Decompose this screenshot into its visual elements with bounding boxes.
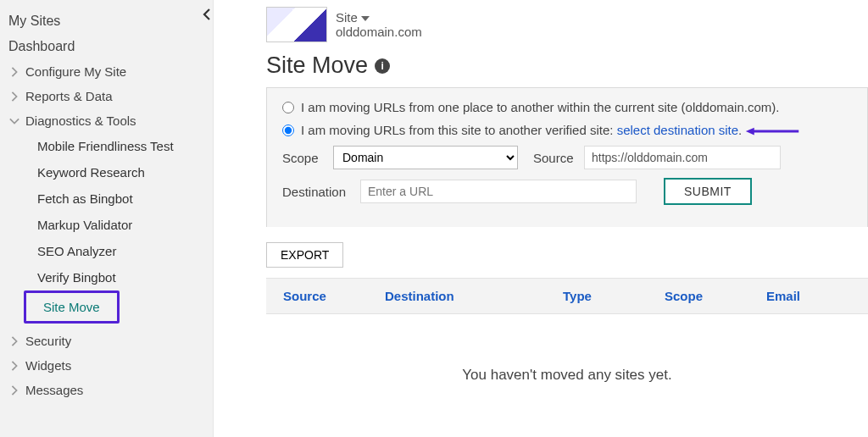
main-content: Site olddomain.com Site Move i I am movi…: [214, 0, 868, 437]
source-label: Source: [533, 151, 574, 165]
sidebar-messages-label: Messages: [25, 383, 83, 397]
col-email[interactable]: Email: [766, 289, 868, 303]
chevron-right-icon: [8, 385, 20, 396]
radio-within-site-input[interactable]: [282, 102, 294, 113]
chevron-right-icon: [8, 67, 20, 77]
info-icon[interactable]: i: [375, 58, 390, 74]
empty-state-message: You haven't moved any sites yet.: [266, 367, 868, 384]
site-selector[interactable]: Site: [336, 10, 422, 25]
site-header: Site olddomain.com: [214, 7, 868, 47]
sidebar-item-mobile-friendliness[interactable]: Mobile Friendliness Test: [29, 133, 213, 159]
sidebar-configure[interactable]: Configure My Site: [0, 59, 213, 84]
sidebar: My Sites Dashboard Configure My Site Rep…: [0, 0, 214, 437]
sidebar-item-keyword-research[interactable]: Keyword Research: [29, 159, 213, 185]
site-move-form: I am moving URLs from one place to anoth…: [266, 87, 868, 227]
sidebar-item-site-move[interactable]: Site Move: [24, 290, 120, 324]
sidebar-item-verify-bingbot[interactable]: Verify Bingbot: [29, 264, 213, 290]
sidebar-reports-label: Reports & Data: [25, 89, 113, 103]
destination-label: Destination: [282, 185, 350, 199]
scope-label: Scope: [282, 151, 323, 165]
destination-input[interactable]: [360, 180, 637, 203]
sidebar-item-markup-validator[interactable]: Markup Validator: [29, 212, 213, 238]
site-label: Site: [336, 10, 358, 25]
sidebar-dashboard[interactable]: Dashboard: [0, 34, 213, 59]
collapse-sidebar-icon[interactable]: [199, 7, 214, 22]
submit-button[interactable]: SUBMIT: [664, 178, 752, 205]
export-button[interactable]: EXPORT: [266, 242, 343, 268]
sidebar-widgets-label: Widgets: [25, 358, 71, 373]
sidebar-security[interactable]: Security: [0, 329, 213, 353]
sidebar-diagnostics[interactable]: Diagnostics & Tools: [0, 108, 213, 133]
radio-within-site[interactable]: I am moving URLs from one place to anoth…: [282, 100, 852, 114]
chevron-right-icon: [8, 336, 20, 346]
col-source[interactable]: Source: [283, 289, 385, 303]
chevron-right-icon: [8, 361, 20, 371]
sidebar-diagnostics-label: Diagnostics & Tools: [25, 113, 136, 128]
col-type[interactable]: Type: [563, 289, 665, 303]
site-domain: olddomain.com: [336, 25, 422, 39]
source-input[interactable]: [584, 146, 781, 169]
chevron-down-icon: [8, 117, 20, 125]
radio-other-site-label: I am moving URLs from this site to anoth…: [301, 123, 617, 137]
sidebar-widgets[interactable]: Widgets: [0, 353, 213, 378]
sidebar-item-seo-analyzer[interactable]: SEO Analyzer: [29, 238, 213, 264]
annotation-arrow-icon: [730, 127, 815, 136]
col-destination[interactable]: Destination: [385, 289, 563, 303]
scope-source-row: Scope Domain Source: [282, 146, 852, 169]
destination-row: Destination SUBMIT: [282, 178, 852, 205]
sidebar-my-sites-label: My Sites: [8, 14, 60, 29]
sidebar-dashboard-label: Dashboard: [8, 39, 75, 54]
sidebar-messages[interactable]: Messages: [0, 378, 213, 402]
sidebar-item-fetch-bingbot[interactable]: Fetch as Bingbot: [29, 185, 213, 212]
site-thumbnail[interactable]: [266, 7, 327, 42]
sidebar-configure-label: Configure My Site: [25, 64, 126, 79]
caret-down-icon: [361, 10, 370, 25]
radio-within-site-label: I am moving URLs from one place to anoth…: [301, 100, 779, 114]
sidebar-reports[interactable]: Reports & Data: [0, 84, 213, 108]
sidebar-diagnostics-submenu: Mobile Friendliness Test Keyword Researc…: [0, 133, 213, 290]
chevron-right-icon: [8, 91, 20, 102]
select-destination-link[interactable]: select destination site: [617, 123, 738, 137]
scope-select[interactable]: Domain: [333, 146, 518, 169]
col-scope[interactable]: Scope: [665, 289, 766, 303]
sidebar-security-label: Security: [25, 334, 71, 348]
page-title: Site Move i: [214, 47, 868, 87]
table-header: Source Destination Type Scope Email Date: [266, 278, 868, 314]
sidebar-my-sites[interactable]: My Sites: [0, 8, 213, 34]
radio-other-site-input[interactable]: [282, 124, 294, 136]
